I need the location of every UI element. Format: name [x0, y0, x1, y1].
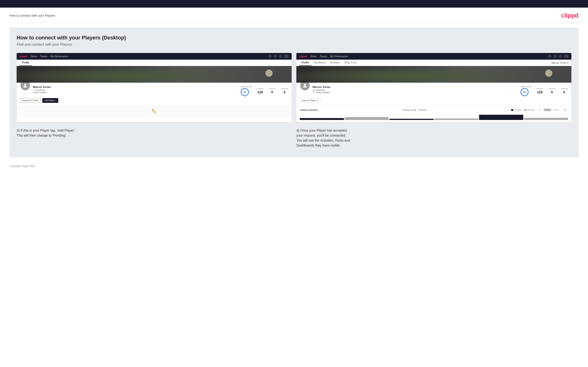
page-subtitle: Find and connect with your Players [17, 42, 571, 46]
remove-player-button[interactable]: Remove Player ✕ [300, 98, 321, 103]
period-1yr[interactable]: 1 yr [537, 108, 543, 111]
request-follow-button[interactable]: Request to Follow [20, 98, 41, 103]
bar-3 [389, 119, 434, 120]
mock-profile-1: Marcus Turner 1-5 Handicap United Kingdo… [17, 83, 292, 106]
period-6mths[interactable]: 6 mths [544, 108, 552, 111]
activities-stat-2: Activities 129 [536, 88, 544, 94]
mock-tabbar-1: Profile [17, 60, 292, 66]
remove-player-label: Remove Player [302, 99, 316, 102]
followers-value-2: 0 [548, 90, 556, 94]
player-selector-2[interactable]: Marcus Turner ▾ [551, 60, 569, 66]
mock-nav-icons-2 [548, 55, 569, 58]
activity-chart [300, 113, 568, 120]
screenshot-2: clippd Home Teams My Performance Profile… [296, 53, 571, 122]
followers-label-2: Followers [548, 88, 556, 90]
player-handicap-2: 1-5 Handicap [312, 89, 518, 91]
quality-circle-1: 92 [241, 88, 249, 96]
activity-summary: Activity Summary Monthly Activity · 6 Mo… [296, 106, 571, 122]
player-buttons-2: Remove Player ✕ [300, 98, 568, 103]
following-label-1: Following [281, 88, 288, 90]
user-icon-1[interactable] [274, 55, 277, 58]
mock-nav-teams-1[interactable]: Teams [40, 55, 47, 58]
tab-profile-1[interactable]: Profile [19, 60, 32, 66]
following-value-2: 0 [560, 90, 568, 94]
player-name-1: Marcus Turner [33, 85, 238, 88]
step4-text: 4) Once your Player has acceptedyour req… [296, 128, 571, 148]
bar-6 [524, 118, 568, 120]
mock-nav-teams-2[interactable]: Teams [320, 55, 327, 58]
globe-icon-1[interactable] [284, 55, 289, 58]
step3-text: 3) If this is your Player tap, 'Add Play… [17, 128, 292, 138]
player-name-2: Marcus Turner [312, 85, 518, 88]
activities-value-2: 129 [536, 90, 544, 94]
settings-icon-2[interactable] [559, 55, 562, 58]
on-course-dot [511, 109, 513, 111]
search-icon-1[interactable] [268, 55, 272, 58]
edit-icon-1: ✏️ [152, 109, 156, 114]
mock-profile-2: Marcus Turner 1-5 Handicap 📍 United King… [296, 83, 571, 106]
page-title: How to connect with your Players (Deskto… [17, 35, 571, 41]
player-stats-1: Player Quality 92 Activities 129 Followe… [241, 80, 288, 96]
mock-nav-myperformance-1[interactable]: My Performance [51, 55, 68, 58]
tab-activities-2[interactable]: Activities [328, 60, 342, 66]
quality-circle-2: 92 [520, 88, 528, 96]
period-tabs: 1 yr 6 mths 3 mths 1 mth [537, 108, 568, 111]
activity-period: Monthly Activity · 6 Months [402, 109, 426, 111]
bar-5 [479, 115, 523, 120]
golf-banner-2 [296, 66, 571, 83]
description-step4: 4) Once your Player has acceptedyour req… [296, 128, 571, 148]
quality-stat-1: Player Quality 92 [241, 85, 252, 96]
mock-logo-1: clippd [19, 55, 27, 58]
player-selector-label: Marcus Turner ▾ [551, 61, 569, 64]
footer: Copyright Clippd 2022 [0, 162, 588, 171]
period-3mths[interactable]: 3 mths [553, 108, 560, 111]
tab-what-to-on-2[interactable]: What To On [342, 60, 359, 66]
top-bar [0, 0, 588, 8]
tab-dashboard-2[interactable]: Dashboard [311, 60, 328, 66]
header: How to connect with your Players clippd [0, 8, 588, 23]
add-player-button[interactable]: Add Player + [42, 98, 58, 103]
following-stat-2: Following 0 [560, 88, 568, 94]
user-icon-2[interactable] [553, 55, 557, 58]
quality-stat-2: Player Quality 92 [520, 85, 532, 96]
profile-top-1: Marcus Turner 1-5 Handicap United Kingdo… [20, 80, 288, 96]
player-buttons-1: Request to Follow Add Player + [20, 98, 288, 103]
svg-point-0 [24, 83, 26, 85]
followers-label-1: Followers [268, 88, 276, 90]
activity-legend: On course Off course [511, 109, 535, 111]
mock-nav-icons-1 [268, 55, 289, 58]
screenshots-row: clippd Home Teams My Performance Profile [17, 53, 571, 122]
search-icon-2[interactable] [548, 55, 551, 58]
on-course-label: On course [514, 109, 522, 111]
remove-player-icon: ✕ [317, 99, 319, 102]
golf-banner-1 [17, 66, 292, 83]
settings-icon-1[interactable] [279, 55, 282, 58]
globe-icon-2[interactable] [564, 55, 569, 58]
description-step3: 3) If this is your Player tap, 'Add Play… [17, 128, 292, 148]
mock-nav-myperformance-2[interactable]: My Performance [330, 55, 348, 58]
following-stat-1: Following 0 [281, 88, 288, 94]
mock-logo-2: clippd [299, 55, 307, 58]
following-label-2: Following [560, 88, 568, 90]
copyright-text: Copyright Clippd 2022 [9, 165, 35, 167]
mock-navbar-1: clippd Home Teams My Performance [17, 53, 292, 60]
mock-nav-home-1[interactable]: Home [30, 55, 37, 58]
mock-nav-home-2[interactable]: Home [310, 55, 317, 58]
followers-value-1: 0 [268, 90, 276, 94]
player-stats-2: Player Quality 92 Activities 129 Followe… [520, 80, 568, 96]
descriptions-row: 3) If this is your Player tap, 'Add Play… [17, 128, 571, 148]
activity-header: Activity Summary Monthly Activity · 6 Mo… [300, 108, 568, 111]
activities-label-1: Activities [257, 88, 264, 90]
tab-profile-2[interactable]: Profile [299, 60, 311, 66]
off-course-legend: Off course [524, 109, 535, 111]
activities-label-2: Activities [536, 88, 544, 90]
player-country-2: 📍 United Kingdom [312, 91, 518, 94]
bar-4 [434, 118, 479, 120]
off-course-dot [524, 109, 526, 111]
quality-label-2: Player Quality [520, 85, 532, 88]
activities-stat-1: Activities 129 [257, 88, 264, 94]
breadcrumb: How to connect with your Players [9, 14, 55, 17]
followers-stat-2: Followers 0 [548, 88, 556, 94]
svg-point-1 [304, 83, 306, 85]
period-1mth[interactable]: 1 mth [561, 108, 568, 111]
